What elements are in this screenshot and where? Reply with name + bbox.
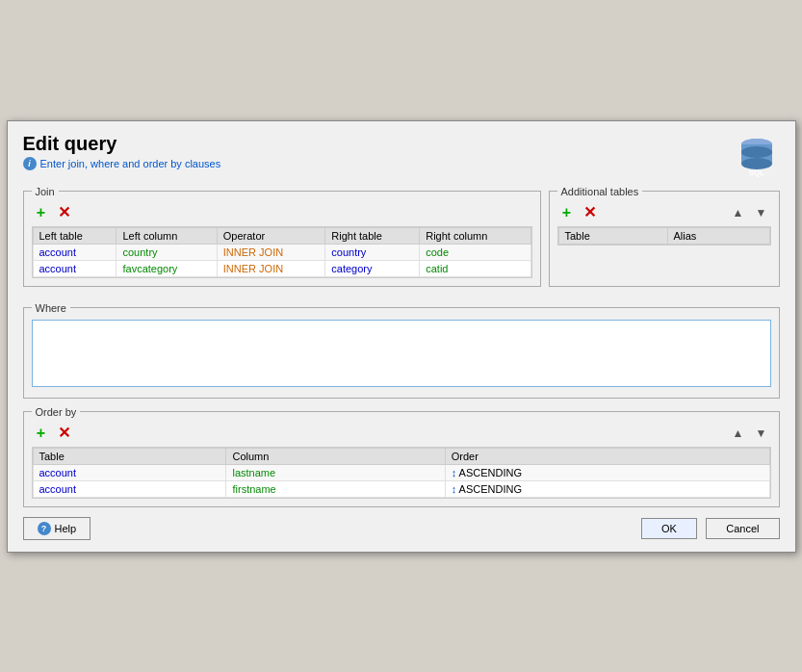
order-by-header: Table Column Order bbox=[33, 448, 769, 464]
ok-button[interactable]: OK bbox=[641, 518, 697, 539]
join-col-left-column: Left column bbox=[116, 227, 217, 244]
dialog-header: Edit query i Enter join, where and order… bbox=[23, 133, 780, 182]
order-direction: ↕ ASCENDING bbox=[445, 464, 769, 480]
additional-table-header: Table Alias bbox=[558, 227, 769, 244]
additional-col-alias: Alias bbox=[667, 227, 769, 244]
action-buttons: OK Cancel bbox=[635, 518, 780, 539]
join-legend: Join bbox=[32, 186, 59, 197]
join-right-column: catid bbox=[420, 260, 530, 276]
info-icon: i bbox=[23, 157, 37, 170]
order-table: account bbox=[33, 480, 226, 497]
order-direction: ↕ ASCENDING bbox=[445, 480, 769, 497]
join-table: Left table Left column Operator Right ta… bbox=[33, 227, 531, 277]
table-row: account lastname ↕ ASCENDING bbox=[33, 464, 769, 480]
svg-text:SQL: SQL bbox=[748, 168, 764, 177]
order-table: account bbox=[33, 464, 226, 480]
order-by-table: Table Column Order account lastname ↕ AS… bbox=[33, 448, 770, 498]
join-right-table: country bbox=[325, 244, 420, 260]
dialog-title: Edit query bbox=[23, 133, 221, 155]
join-section: Join + ✕ Left table Left column Operator… bbox=[23, 186, 541, 287]
order-col-column: Column bbox=[226, 448, 445, 464]
table-row: account firstname ↕ ASCENDING bbox=[33, 480, 769, 497]
join-add-button[interactable]: + bbox=[32, 203, 51, 222]
where-legend: Where bbox=[32, 302, 70, 314]
table-row: account favcategory INNER JOIN category … bbox=[33, 260, 530, 276]
where-input[interactable] bbox=[32, 320, 771, 387]
join-left-table: account bbox=[33, 244, 116, 260]
additional-up-button[interactable]: ▲ bbox=[729, 203, 748, 222]
additional-tables-toolbar: + ✕ ▲ ▼ bbox=[557, 203, 771, 222]
join-col-left-table: Left table bbox=[33, 227, 116, 244]
additional-tables-section: Additional tables + ✕ ▲ ▼ Table Alias bbox=[549, 186, 780, 287]
order-down-button[interactable]: ▼ bbox=[752, 424, 771, 443]
table-row: account country INNER JOIN country code bbox=[33, 244, 530, 260]
order-by-toolbar: + ✕ ▲ ▼ bbox=[32, 424, 771, 443]
help-icon: ? bbox=[38, 522, 51, 535]
join-operator: INNER JOIN bbox=[217, 244, 324, 260]
order-by-legend: Order by bbox=[32, 406, 81, 418]
join-left-column: favcategory bbox=[116, 260, 217, 276]
additional-tables-table: Table Alias bbox=[558, 227, 770, 245]
join-operator: INNER JOIN bbox=[217, 260, 324, 276]
order-up-button[interactable]: ▲ bbox=[729, 424, 748, 443]
join-table-header: Left table Left column Operator Right ta… bbox=[33, 227, 530, 244]
sql-icon: SQL bbox=[734, 133, 780, 179]
join-table-body: account country INNER JOIN country code … bbox=[33, 244, 530, 276]
order-col-table: Table bbox=[33, 448, 226, 464]
additional-col-table: Table bbox=[558, 227, 667, 244]
order-add-button[interactable]: + bbox=[32, 424, 51, 443]
where-section: Where bbox=[23, 302, 780, 399]
additional-remove-button[interactable]: ✕ bbox=[581, 203, 600, 222]
join-col-right-column: Right column bbox=[420, 227, 530, 244]
bottom-buttons: ? Help OK Cancel bbox=[23, 517, 780, 540]
join-right-column: code bbox=[420, 244, 530, 260]
sql-logo: SQL bbox=[734, 133, 780, 182]
join-left-column: country bbox=[116, 244, 217, 260]
help-button[interactable]: ? Help bbox=[23, 517, 91, 540]
top-panels: Join + ✕ Left table Left column Operator… bbox=[23, 186, 780, 295]
join-toolbar: + ✕ bbox=[32, 203, 532, 222]
header-left: Edit query i Enter join, where and order… bbox=[23, 133, 221, 170]
edit-query-dialog: Edit query i Enter join, where and order… bbox=[7, 120, 796, 553]
join-col-right-table: Right table bbox=[325, 227, 420, 244]
additional-add-button[interactable]: + bbox=[557, 203, 577, 222]
order-by-section: Order by + ✕ ▲ ▼ Table Column Order acco… bbox=[23, 406, 780, 507]
additional-tables-legend: Additional tables bbox=[557, 186, 643, 197]
join-col-operator: Operator bbox=[217, 227, 324, 244]
order-col-order: Order bbox=[445, 448, 769, 464]
join-remove-button[interactable]: ✕ bbox=[55, 203, 74, 222]
order-column: firstname bbox=[226, 480, 445, 497]
svg-point-5 bbox=[741, 146, 772, 158]
join-left-table: account bbox=[33, 260, 116, 276]
join-table-container: Left table Left column Operator Right ta… bbox=[32, 226, 532, 278]
join-right-table: category bbox=[325, 260, 420, 276]
dialog-subtitle: i Enter join, where and order by clauses bbox=[23, 157, 221, 170]
additional-down-button[interactable]: ▼ bbox=[752, 203, 771, 222]
order-remove-button[interactable]: ✕ bbox=[55, 424, 74, 443]
additional-tables-container: Table Alias bbox=[557, 226, 771, 246]
order-column: lastname bbox=[226, 464, 445, 480]
cancel-button[interactable]: Cancel bbox=[706, 518, 779, 539]
order-by-table-container: Table Column Order account lastname ↕ AS… bbox=[32, 447, 771, 499]
order-by-body: account lastname ↕ ASCENDING account fir… bbox=[33, 464, 769, 497]
